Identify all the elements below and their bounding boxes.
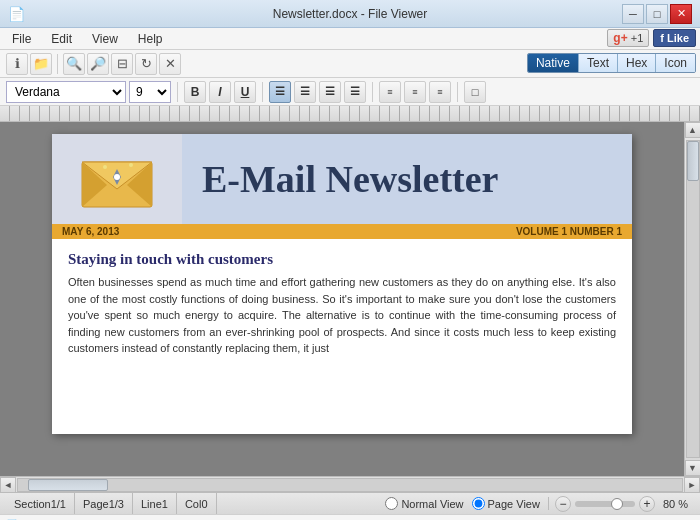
minimize-button[interactable]: ─: [622, 4, 644, 24]
newsletter-date: MAY 6, 2013: [62, 226, 119, 237]
date-bar: MAY 6, 2013 VOLUME 1 NUMBER 1: [52, 224, 632, 239]
ruler: [0, 106, 700, 122]
align-justify-button[interactable]: ☰: [344, 81, 366, 103]
article-section: Staying in touch with customers Often bu…: [52, 239, 632, 369]
zoom-slider-thumb[interactable]: [611, 498, 623, 510]
menu-bar: File Edit View Help g+ +1 f Like: [0, 28, 700, 50]
zoom-out-button[interactable]: 🔎: [87, 53, 109, 75]
fmt-sep3: [372, 82, 373, 102]
page-view-radio[interactable]: Page View: [472, 497, 540, 510]
window-controls: ─ □ ✕: [622, 4, 692, 24]
svg-point-5: [114, 174, 120, 180]
fmt-sep2: [262, 82, 263, 102]
view-text-button[interactable]: Text: [579, 54, 618, 72]
ruler-marks: [0, 106, 700, 121]
path-bar: 📄 C:\Documents\Newsletter.docx: [0, 514, 700, 520]
list1-button[interactable]: ≡: [379, 81, 401, 103]
fit-button[interactable]: ⊟: [111, 53, 133, 75]
newsletter-volume: VOLUME 1 NUMBER 1: [516, 226, 622, 237]
zoom-minus-button[interactable]: −: [555, 496, 571, 512]
view-mode-group: Native Text Hex Icon: [527, 53, 696, 73]
newsletter-logo-area: [52, 134, 182, 224]
normal-view-radio[interactable]: Normal View: [385, 497, 463, 510]
article-body: Often businesses spend as much time and …: [68, 274, 616, 357]
fb-icon: f: [660, 32, 664, 44]
zoom-slider[interactable]: [575, 501, 635, 507]
align-left-button[interactable]: ☰: [269, 81, 291, 103]
newsletter-title: E-Mail Newsletter: [202, 157, 499, 201]
special-button[interactable]: □: [464, 81, 486, 103]
gplus-icon: g+: [613, 31, 627, 45]
status-bar: Section1/1 Page1/3 Line1 Col0 Normal Vie…: [0, 492, 700, 514]
h-scroll-track[interactable]: [17, 478, 683, 492]
svg-point-6: [103, 165, 107, 169]
list3-button[interactable]: ≡: [429, 81, 451, 103]
app-icon: 📄: [8, 6, 25, 22]
h-scroll-thumb[interactable]: [28, 479, 108, 491]
google-plus-button[interactable]: g+ +1: [607, 29, 649, 47]
zoom-level: 80 %: [659, 498, 688, 510]
align-right-button[interactable]: ☰: [319, 81, 341, 103]
scroll-thumb[interactable]: [687, 141, 699, 181]
facebook-like-button[interactable]: f Like: [653, 29, 696, 47]
envelope-icon: [77, 147, 157, 212]
zoom-controls: − + 80 %: [549, 496, 694, 512]
stop-button[interactable]: ✕: [159, 53, 181, 75]
status-col: Col0: [177, 493, 217, 514]
view-radio-group: Normal View Page View: [377, 497, 549, 510]
menu-file[interactable]: File: [4, 30, 39, 48]
italic-button[interactable]: I: [209, 81, 231, 103]
align-center-button[interactable]: ☰: [294, 81, 316, 103]
main-content-area: E-Mail Newsletter MAY 6, 2013 VOLUME 1 N…: [0, 122, 700, 476]
social-bar: g+ +1 f Like: [607, 29, 696, 47]
open-button[interactable]: 📁: [30, 53, 52, 75]
info-button[interactable]: ℹ: [6, 53, 28, 75]
view-native-button[interactable]: Native: [528, 54, 579, 72]
menu-edit[interactable]: Edit: [43, 30, 80, 48]
menu-view[interactable]: View: [84, 30, 126, 48]
view-hex-button[interactable]: Hex: [618, 54, 656, 72]
scroll-track[interactable]: [686, 140, 700, 458]
fmt-sep1: [177, 82, 178, 102]
scroll-left-arrow[interactable]: ◄: [0, 477, 16, 493]
zoom-in-button[interactable]: 🔍: [63, 53, 85, 75]
page-view-input[interactable]: [472, 497, 485, 510]
toolbar1: ℹ 📁 🔍 🔎 ⊟ ↻ ✕ Native Text Hex Icon: [0, 50, 700, 78]
underline-button[interactable]: U: [234, 81, 256, 103]
scroll-right-arrow[interactable]: ►: [684, 477, 700, 493]
status-line: Line1: [133, 493, 177, 514]
maximize-button[interactable]: □: [646, 4, 668, 24]
menu-help[interactable]: Help: [130, 30, 171, 48]
close-button[interactable]: ✕: [670, 4, 692, 24]
vertical-scrollbar[interactable]: ▲ ▼: [684, 122, 700, 476]
document-page: E-Mail Newsletter MAY 6, 2013 VOLUME 1 N…: [52, 134, 632, 434]
normal-view-input[interactable]: [385, 497, 398, 510]
scroll-up-arrow[interactable]: ▲: [685, 122, 701, 138]
font-selector[interactable]: Verdana: [6, 81, 126, 103]
font-size-selector[interactable]: 9: [129, 81, 171, 103]
zoom-plus-button[interactable]: +: [639, 496, 655, 512]
newsletter-header: E-Mail Newsletter: [52, 134, 632, 224]
status-page: Page1/3: [75, 493, 133, 514]
bold-button[interactable]: B: [184, 81, 206, 103]
toolbar2-formatting: Verdana 9 B I U ☰ ☰ ☰ ☰ ≡ ≡ ≡ □: [0, 78, 700, 106]
toolbar-separator: [57, 54, 58, 74]
view-icon-button[interactable]: Icon: [656, 54, 695, 72]
svg-point-7: [129, 163, 133, 167]
title-bar: 📄 Newsletter.docx - File Viewer ─ □ ✕: [0, 0, 700, 28]
status-section: Section1/1: [6, 493, 75, 514]
scroll-down-arrow[interactable]: ▼: [685, 460, 701, 476]
newsletter-title-area: E-Mail Newsletter: [182, 134, 632, 224]
document-content-area: E-Mail Newsletter MAY 6, 2013 VOLUME 1 N…: [0, 122, 684, 476]
refresh-button[interactable]: ↻: [135, 53, 157, 75]
list2-button[interactable]: ≡: [404, 81, 426, 103]
window-title: Newsletter.docx - File Viewer: [273, 7, 428, 21]
fmt-sep4: [457, 82, 458, 102]
article-title: Staying in touch with customers: [68, 251, 616, 268]
horizontal-scrollbar[interactable]: ◄ ►: [0, 476, 700, 492]
